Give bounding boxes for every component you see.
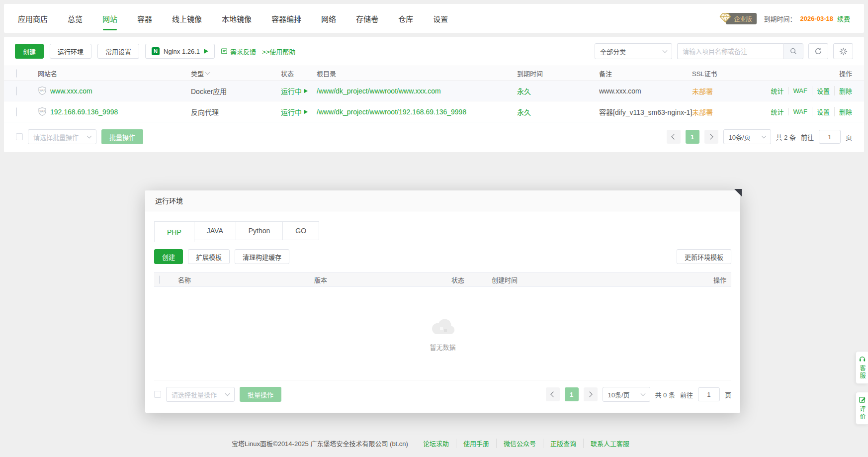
nav-item-online-images[interactable]: 线上镜像 xyxy=(172,4,202,33)
help-link[interactable]: >>使用帮助 xyxy=(262,47,295,56)
tab-java[interactable]: JAVA xyxy=(194,221,236,240)
select-all-checkbox[interactable] xyxy=(16,69,17,78)
action-settings-link[interactable]: 设置 xyxy=(812,107,834,116)
modal-batch-action-select[interactable]: 请选择批量操作 xyxy=(166,387,235,402)
gear-icon xyxy=(839,47,848,56)
tab-php[interactable]: PHP xyxy=(154,221,194,242)
webserver-button[interactable]: N Nginx 1.26.1 xyxy=(145,44,215,59)
nav-item-website[interactable]: 网站 xyxy=(102,4,117,33)
create-site-button[interactable]: 创建 xyxy=(15,44,44,59)
modal-goto-page-input[interactable] xyxy=(698,387,720,401)
modal-page-size-select[interactable]: 10条/页 xyxy=(603,387,650,402)
common-settings-button[interactable]: 常用设置 xyxy=(97,44,139,59)
row-checkbox[interactable] xyxy=(16,107,17,116)
action-waf-link[interactable]: WAF xyxy=(788,108,812,115)
footer-link-genuine-check[interactable]: 正版查询 xyxy=(543,439,583,448)
footer-link-forum[interactable]: 论坛求助 xyxy=(416,439,456,448)
nav-item-overview[interactable]: 总览 xyxy=(68,4,83,33)
tab-python[interactable]: Python xyxy=(236,221,283,240)
renew-link[interactable]: 续费 xyxy=(837,14,850,23)
action-stats-link[interactable]: 统计 xyxy=(767,86,788,95)
col-header-status: 状态 xyxy=(281,69,317,78)
modal-corner-close-icon[interactable] xyxy=(734,189,742,196)
footer-link-wechat[interactable]: 微信公众号 xyxy=(496,439,543,448)
ssl-status[interactable]: 未部署 xyxy=(692,88,713,95)
modal-batch-checkbox[interactable] xyxy=(154,391,161,398)
nav-item-settings[interactable]: 设置 xyxy=(433,4,448,33)
headset-icon xyxy=(859,355,866,363)
current-page-button[interactable]: 1 xyxy=(686,130,699,144)
clean-build-cache-button[interactable]: 清理构建缓存 xyxy=(235,249,289,264)
site-name-link[interactable]: www.xxx.com xyxy=(50,87,92,95)
action-waf-link[interactable]: WAF xyxy=(788,87,812,94)
next-page-button[interactable] xyxy=(704,130,718,144)
website-toolbar: 创建 运行环境 常用设置 N Nginx 1.26.1 需求反馈 >>使用帮助 … xyxy=(4,37,864,66)
modal-select-all-checkbox[interactable] xyxy=(159,275,160,284)
modal-prev-page-button[interactable] xyxy=(546,387,560,401)
site-status-label: 运行中 xyxy=(281,107,302,117)
site-name-link[interactable]: 192.168.69.136_9998 xyxy=(50,108,118,116)
site-expire[interactable]: 永久 xyxy=(517,108,531,116)
col-header-type[interactable]: 类型 xyxy=(191,69,281,78)
modal-title: 运行环境 xyxy=(145,190,740,211)
site-status[interactable]: 运行中 xyxy=(281,107,317,117)
site-root-link[interactable]: /www/dk_project/wwwroot/www.xxx.com xyxy=(317,87,441,95)
nav-item-volumes[interactable]: 存储卷 xyxy=(356,4,378,33)
nav-item-app-store[interactable]: 应用商店 xyxy=(18,4,48,33)
batch-action-select[interactable]: 请选择批量操作 xyxy=(28,129,96,144)
site-remark[interactable]: 容器[dify_v113_sm63-nginx-1]的 xyxy=(599,107,692,117)
goto-page-input[interactable] xyxy=(819,130,841,144)
nav-item-container[interactable]: 容器 xyxy=(137,4,152,33)
action-delete-link[interactable]: 删除 xyxy=(834,107,852,116)
ssl-status[interactable]: 未部署 xyxy=(692,108,713,116)
action-delete-link[interactable]: 删除 xyxy=(834,86,852,95)
batch-select-all-checkbox[interactable] xyxy=(16,133,23,140)
modal-batch-apply-button[interactable]: 批量操作 xyxy=(240,387,281,402)
help-label: >>使用帮助 xyxy=(262,47,295,56)
svg-text:WAF: WAF xyxy=(40,110,45,113)
tab-go[interactable]: GO xyxy=(282,221,319,240)
prev-page-button[interactable] xyxy=(667,130,681,144)
search-input[interactable] xyxy=(677,43,783,59)
row-checkbox[interactable] xyxy=(16,87,17,95)
feedback-link[interactable]: 需求反馈 xyxy=(221,47,256,56)
site-root-link[interactable]: /www/dk_project/wwwroot/192.168.69.136_9… xyxy=(317,108,466,116)
status-play-icon xyxy=(304,110,308,114)
nav-item-network[interactable]: 网络 xyxy=(321,4,336,33)
page-size-select[interactable]: 10条/页 xyxy=(723,129,771,144)
site-status[interactable]: 运行中 xyxy=(281,86,317,96)
modal-batch-action-value: 请选择批量操作 xyxy=(172,390,217,399)
action-settings-link[interactable]: 设置 xyxy=(812,86,834,95)
modal-next-page-button[interactable] xyxy=(584,387,598,401)
site-expire[interactable]: 永久 xyxy=(517,88,531,95)
footer-link-contact-support[interactable]: 联系人工客服 xyxy=(583,439,636,448)
col-header-actions: 操作 xyxy=(760,69,852,78)
footer-link-manual[interactable]: 使用手册 xyxy=(456,439,496,448)
modal-col-created: 创建时间 xyxy=(492,275,677,284)
site-remark[interactable]: www.xxx.com xyxy=(599,87,692,95)
refresh-button[interactable] xyxy=(808,43,828,59)
runtime-env-button[interactable]: 运行环境 xyxy=(50,44,91,59)
batch-action-select-value: 请选择批量操作 xyxy=(33,132,79,142)
nav-item-local-images[interactable]: 本地镜像 xyxy=(222,4,252,33)
col-header-type-label: 类型 xyxy=(191,69,204,78)
type-filter-chevron-icon xyxy=(205,70,210,75)
category-select[interactable]: 全部分类 xyxy=(595,43,672,59)
action-stats-link[interactable]: 统计 xyxy=(767,107,788,116)
modal-current-page-button[interactable]: 1 xyxy=(565,387,579,401)
extend-template-button[interactable]: 扩展模板 xyxy=(188,249,230,264)
enterprise-badge[interactable]: 企业版 xyxy=(726,13,757,24)
table-settings-button[interactable] xyxy=(833,43,853,59)
col-header-site: 网站名 xyxy=(38,69,191,78)
support-float-button[interactable]: 客服 xyxy=(856,351,868,384)
nav-item-orchestration[interactable]: 容器编排 xyxy=(271,4,301,33)
modal-page-unit-label: 页 xyxy=(725,390,731,399)
modal-table-header: 名称 版本 状态 创建时间 操作 xyxy=(154,272,731,287)
review-float-button[interactable]: 评价 xyxy=(856,392,868,425)
update-env-template-button[interactable]: 更新环境模板 xyxy=(677,249,731,264)
diamond-icon xyxy=(719,12,731,25)
search-button[interactable] xyxy=(783,43,803,59)
batch-apply-button[interactable]: 批量操作 xyxy=(101,129,143,144)
modal-create-button[interactable]: 创建 xyxy=(154,249,183,264)
nav-item-repository[interactable]: 仓库 xyxy=(398,4,413,33)
